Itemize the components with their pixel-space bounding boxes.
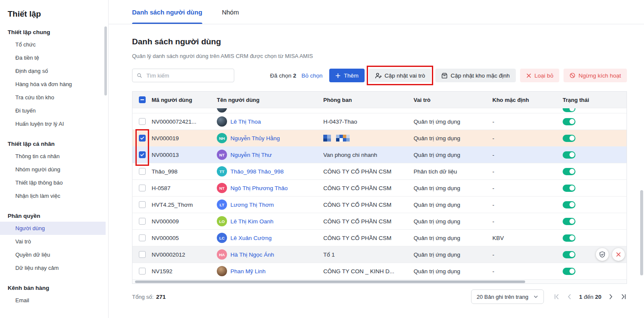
status-toggle[interactable] xyxy=(563,185,575,192)
horizontal-scrollbar xyxy=(132,279,627,283)
deactivate-button[interactable]: Ngừng kích hoạt xyxy=(564,69,627,82)
user-name-link[interactable]: Ngô Thị Phương Thảo xyxy=(230,185,288,191)
cell-warehouse: - xyxy=(492,202,494,208)
cell-user-code: NV000019 xyxy=(152,135,179,142)
sidebar-section: Phân quyềnNgười dùngVai tròQuyền dữ liệu… xyxy=(8,210,106,275)
cell-user-code: NV000005 xyxy=(152,235,179,241)
user-name-link[interactable]: Lê Thị Kim Oanh xyxy=(230,218,273,225)
sidebar-item[interactable]: Nhóm người dùng xyxy=(0,163,106,176)
row-checkbox[interactable] xyxy=(139,251,146,258)
page-range: 1 đến 20 xyxy=(579,294,601,300)
prev-page-button[interactable] xyxy=(566,293,573,300)
tab-groups[interactable]: Nhóm xyxy=(222,0,239,24)
user-name-link[interactable]: Hà Thị Ngọc Ánh xyxy=(230,252,274,258)
row-checkbox[interactable] xyxy=(139,234,146,241)
status-toggle[interactable] xyxy=(563,135,575,142)
sidebar-item[interactable]: Hàng hóa và đơn hàng xyxy=(0,78,106,91)
status-toggle[interactable] xyxy=(563,218,575,225)
sidebar-scrollbar[interactable] xyxy=(104,26,107,95)
cell-role: Quản trị ứng dụng xyxy=(414,152,460,158)
table-row[interactable]: H-0587NTNgô Thị Phương ThảoCÔNG TY CỔ PH… xyxy=(132,179,627,196)
table-row[interactable]: HVT4.25_ThơmLTLương Thị ThơmCÔNG TY CỔ P… xyxy=(132,196,627,213)
toolbar-actions: Đã chọn 2 Bỏ chọn Thêm Cập nhật vai trò … xyxy=(270,69,627,82)
sidebar-item[interactable]: Quyền dữ liệu xyxy=(0,248,106,261)
status-toggle[interactable] xyxy=(563,268,575,275)
remove-button[interactable]: Loại bỏ xyxy=(520,69,559,82)
status-toggle[interactable] xyxy=(563,118,575,125)
row-checkbox[interactable] xyxy=(139,218,146,225)
user-name-link[interactable]: Lê Xuân Cường xyxy=(230,235,272,241)
status-toggle[interactable] xyxy=(563,251,575,258)
status-toggle[interactable] xyxy=(563,108,575,112)
update-role-button[interactable]: Cập nhật vai trò xyxy=(369,69,431,82)
sidebar-item[interactable]: Đi tuyến xyxy=(0,104,106,117)
window-scrollbar[interactable] xyxy=(640,190,643,275)
last-page-button[interactable] xyxy=(620,293,627,300)
sidebar-item[interactable]: Định dạng số xyxy=(0,64,106,78)
user-name-link[interactable]: Phan Mỹ Linh xyxy=(230,268,266,275)
user-name-link[interactable]: Nguyễn Thủy Hằng xyxy=(230,135,280,142)
sidebar-section-label: Thiết lập cá nhân xyxy=(8,138,106,150)
status-toggle[interactable] xyxy=(563,168,575,175)
row-checkbox[interactable] xyxy=(139,118,146,125)
table-row[interactable]: NV1592Phan Mỹ LinhCÔNG TY CON _ KINH D..… xyxy=(132,263,627,279)
column-header-status: Trạng thái xyxy=(563,97,589,103)
page-size-value: 20 Bản ghi trên trang xyxy=(477,294,528,300)
sidebar-item[interactable]: Huấn luyện trợ lý AI xyxy=(0,117,106,130)
user-name-link[interactable]: Thảo_998 Thảo_998 xyxy=(230,168,284,175)
next-page-button[interactable] xyxy=(607,293,614,300)
sidebar-item[interactable]: Vai trò xyxy=(0,235,106,248)
table-row[interactable]: Thảo_998TTThảo_998 Thảo_998CÔNG TY CỔ PH… xyxy=(132,163,627,179)
user-name-link[interactable]: Nguyễn Thị Thư xyxy=(230,152,272,158)
status-toggle[interactable] xyxy=(563,234,575,242)
status-toggle[interactable] xyxy=(563,151,575,159)
sidebar-item[interactable]: Email xyxy=(0,294,106,307)
cell-department: Van phong chi nhanh xyxy=(323,152,377,158)
select-all-checkbox[interactable] xyxy=(139,96,146,103)
table-row[interactable]: NV000009LOLê Thị Kim OanhCÔNG TY CỔ PHẦN… xyxy=(132,213,627,229)
table-row[interactable]: NV0000072421...Lê Thị ThoaH-0437-ThaoQuả… xyxy=(132,113,627,130)
table-row[interactable]: NV00002012HAHà Thị Ngọc ÁnhTổ 1Quản trị … xyxy=(132,246,627,263)
content: Danh sách người dùng Quản lý danh sách n… xyxy=(109,36,644,304)
row-remove-button[interactable] xyxy=(612,248,625,261)
sidebar-item[interactable]: Tra cứu tồn kho xyxy=(0,91,106,104)
sidebar-item[interactable]: Tổ chức xyxy=(0,38,106,51)
row-checkbox[interactable] xyxy=(139,201,146,208)
cell-warehouse: - xyxy=(492,185,494,191)
search-input[interactable] xyxy=(146,72,230,79)
horizontal-scrollbar-thumb[interactable] xyxy=(135,280,525,283)
first-page-button[interactable] xyxy=(553,293,560,300)
user-name-link[interactable]: Lương Thị Thơm xyxy=(230,202,274,208)
table-row[interactable]: NV000019NHNguyễn Thủy HằngQuản trị ứng d… xyxy=(132,130,627,146)
page-size-select[interactable]: 20 Bản ghi trên trang xyxy=(471,289,544,304)
row-permission-button[interactable] xyxy=(596,248,609,261)
user-name-link[interactable]: Lê Thị Thoa xyxy=(230,119,261,125)
tab-user-list[interactable]: Danh sách người dùng xyxy=(132,0,202,24)
update-warehouse-button[interactable]: Cập nhật kho mặc định xyxy=(435,69,516,82)
cell-role: Phân tích dữ liệu xyxy=(414,168,457,175)
sidebar-item[interactable]: Đa tiền tệ xyxy=(0,51,106,64)
sidebar-item[interactable]: Thiết lập thông báo xyxy=(0,176,106,189)
status-toggle[interactable] xyxy=(563,201,575,208)
row-checkbox[interactable] xyxy=(139,185,146,191)
avatar xyxy=(217,266,227,276)
row-checkbox[interactable] xyxy=(139,151,146,158)
sidebar-item[interactable]: Nhận lịch làm việc xyxy=(0,189,106,202)
add-button[interactable]: Thêm xyxy=(329,69,365,82)
sidebar-item[interactable]: Dữ liệu nhạy cảm xyxy=(0,261,106,275)
table-row[interactable]: NV000005LCLê Xuân CườngCÔNG TY CỔ PHẦN C… xyxy=(132,229,627,246)
sidebar-item[interactable]: Thông tin cá nhân xyxy=(0,150,106,163)
avatar: NT xyxy=(217,183,227,193)
cell-warehouse: - xyxy=(492,168,494,175)
avatar: HA xyxy=(217,249,227,260)
sidebar-item[interactable]: Người dùng xyxy=(0,222,106,235)
search-box[interactable] xyxy=(132,69,234,82)
row-checkbox[interactable] xyxy=(139,168,146,175)
total-count: Tổng số:271 xyxy=(132,294,166,300)
deselect-link[interactable]: Bỏ chọn xyxy=(302,72,323,79)
table-row[interactable]: NV000013NTNguyễn Thị ThưVan phong chi nh… xyxy=(132,146,627,163)
row-checkbox[interactable] xyxy=(139,268,146,275)
avatar: LC xyxy=(217,233,227,243)
row-checkbox[interactable] xyxy=(139,135,146,142)
main-area: Danh sách người dùng Nhóm Danh sách ngườ… xyxy=(109,0,644,318)
